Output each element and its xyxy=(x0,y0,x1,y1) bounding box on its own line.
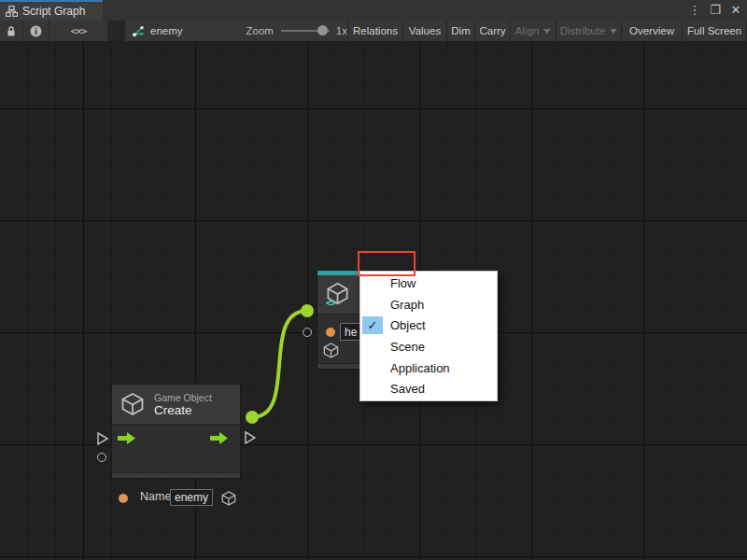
tab-label: Script Graph xyxy=(22,5,85,18)
variable-name-input-port[interactable] xyxy=(303,328,312,337)
chevron-down-icon xyxy=(610,29,617,34)
wire-source-dot xyxy=(246,411,259,424)
cube-icon xyxy=(120,391,146,417)
zoom-slider-handle[interactable] xyxy=(317,25,328,35)
menu-item-object[interactable]: ✓ Object xyxy=(360,315,497,336)
full-screen-button[interactable]: Full Screen xyxy=(683,21,746,41)
info-button[interactable] xyxy=(23,21,49,41)
create-node-subtitle: Game Object xyxy=(154,392,212,403)
carry-button[interactable]: Carry xyxy=(475,21,510,41)
dim-button[interactable]: Dim xyxy=(447,21,474,41)
code-view-button[interactable]: <×> xyxy=(49,21,107,41)
zoom-label: Zoom xyxy=(247,25,274,36)
wire-target-dot xyxy=(301,304,314,317)
graph-breadcrumb-zoom-cell: enemy Zoom 1x xyxy=(125,21,347,41)
code-icon: <×> xyxy=(71,25,87,37)
overview-button[interactable]: Overview xyxy=(622,21,682,41)
graph-icon xyxy=(132,25,145,37)
graph-toolbar: <×> enemy Zoom 1x Relations Values Dim C… xyxy=(0,21,747,41)
variable-kind-menu: ✓ Flow ✓ Graph ✓ Object ✓ Scene ✓ Applic… xyxy=(359,271,498,401)
distribute-button[interactable]: Distribute xyxy=(557,21,621,41)
info-icon xyxy=(30,25,42,37)
tab-script-graph[interactable]: Script Graph xyxy=(0,0,103,21)
flow-input-port[interactable] xyxy=(96,431,109,446)
name-port-label: Name xyxy=(140,490,171,503)
menu-item-saved[interactable]: ✓ Saved xyxy=(360,378,497,399)
lock-icon xyxy=(6,25,17,37)
create-node-header: Game Object Create xyxy=(112,385,240,425)
create-node-title: Create xyxy=(154,403,212,417)
menu-item-graph[interactable]: ✓ Graph xyxy=(360,294,497,315)
menu-item-flow[interactable]: ✓ Flow xyxy=(360,273,497,294)
close-icon[interactable]: ✕ xyxy=(728,0,743,21)
create-node-body: Name enemy xyxy=(112,425,240,472)
variable-name-port-dot xyxy=(326,328,335,337)
maximize-icon[interactable]: ❐ xyxy=(708,0,723,21)
values-button[interactable]: Values xyxy=(403,21,446,41)
flow-in-arrow-icon xyxy=(118,432,136,444)
flow-output-port[interactable] xyxy=(244,430,257,445)
flow-out-arrow-icon xyxy=(210,432,229,444)
game-object-port-cube-icon xyxy=(220,490,237,507)
variable-angle-brackets-icon: <> xyxy=(326,298,335,308)
chevron-down-icon xyxy=(543,29,551,34)
name-value-port-dot xyxy=(119,494,128,503)
check-icon: ✓ xyxy=(362,316,383,334)
zoom-slider[interactable] xyxy=(281,30,330,32)
toolbar-gap xyxy=(108,21,124,41)
name-input[interactable]: enemy xyxy=(170,489,213,506)
script-graph-icon xyxy=(6,6,18,17)
zoom-value: 1x xyxy=(336,25,347,36)
variable-value-port-cube-icon xyxy=(322,342,340,359)
relations-button[interactable]: Relations xyxy=(348,21,402,41)
menu-item-scene[interactable]: ✓ Scene xyxy=(360,336,497,357)
menu-item-application[interactable]: ✓ Application xyxy=(360,357,497,379)
lock-button[interactable] xyxy=(0,21,22,41)
window-menu-icon[interactable]: ⋮ xyxy=(687,0,702,21)
script-graph-window: Script Graph ⋮ ❐ ✕ xyxy=(0,0,747,560)
align-button[interactable]: Align xyxy=(511,21,556,41)
create-node-footer xyxy=(112,472,240,478)
name-input-port[interactable] xyxy=(97,453,106,462)
graph-name-breadcrumb[interactable]: enemy xyxy=(150,25,183,36)
create-node[interactable]: Game Object Create Name enemy xyxy=(112,385,240,478)
title-bar: Script Graph ⋮ ❐ ✕ xyxy=(0,0,747,21)
